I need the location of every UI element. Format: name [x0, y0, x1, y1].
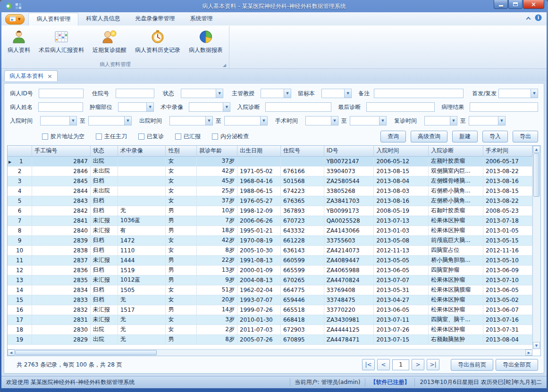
table-cell[interactable]: 37岁: [197, 156, 237, 166]
table-cell[interactable]: 男: [166, 225, 197, 235]
table-cell[interactable]: 2836: [32, 265, 91, 275]
table-cell[interactable]: 2832: [32, 305, 91, 315]
table-cell[interactable]: 1995-01-21: [237, 225, 281, 235]
table-cell[interactable]: 2013-08-16: [374, 196, 429, 206]
column-header[interactable]: 性别: [166, 146, 197, 156]
table-cell[interactable]: 双侧脑室内巨...: [429, 166, 483, 176]
first-recur-select[interactable]: ▼: [498, 89, 538, 98]
close-button[interactable]: ✕: [523, 0, 544, 9]
table-cell[interactable]: 归档: [90, 245, 118, 255]
table-row[interactable]: 152833归档无女20岁1993-07-0765944633748475201…: [8, 295, 532, 305]
table-cell[interactable]: 松果体区肿瘤: [429, 225, 483, 235]
table-cell[interactable]: [118, 176, 166, 186]
table-cell[interactable]: 左侧桥小脑角...: [429, 196, 483, 206]
table-cell[interactable]: 无: [118, 334, 166, 344]
column-header[interactable]: 出生日期: [237, 146, 281, 156]
table-cell[interactable]: 2012-11-16: [483, 245, 532, 255]
checkbox-box[interactable]: [42, 133, 48, 140]
row-number-cell[interactable]: 8: [8, 225, 32, 235]
table-cell[interactable]: 670723: [280, 216, 324, 225]
table-cell[interactable]: 33770220: [324, 305, 374, 315]
checkbox-film-address-empty[interactable]: 胶片地址为空: [42, 133, 84, 141]
row-number-cell[interactable]: 18: [8, 325, 32, 334]
table-cell[interactable]: 501568: [280, 176, 324, 186]
checkbox-reported[interactable]: 已汇报: [175, 133, 201, 141]
column-header[interactable]: 就诊年龄: [197, 146, 237, 156]
table-cell[interactable]: 未汇报: [90, 315, 118, 325]
table-cell[interactable]: 670265: [280, 275, 324, 285]
table-cell[interactable]: 无: [118, 295, 166, 305]
table-cell[interactable]: 2834: [32, 285, 91, 295]
table-cell[interactable]: 2013-07-11: [374, 315, 429, 325]
table-cell[interactable]: 665518: [280, 305, 324, 315]
table-row[interactable]: ▶12847出院女37岁YB00721472006-05-12左额叶胶质瘤200…: [8, 156, 532, 166]
table-cell[interactable]: 右颞叶胶质瘤: [429, 206, 483, 216]
checkbox-endocrine-exam[interactable]: 内分泌检查: [212, 133, 249, 141]
table-cell[interactable]: 1444: [118, 255, 166, 265]
tumor-site-select[interactable]: ▼: [118, 102, 154, 112]
table-cell[interactable]: 1991-08-13: [237, 255, 281, 265]
revisit-time-to-select[interactable]: ▼: [469, 116, 506, 125]
table-cell[interactable]: 2013-04-27: [374, 295, 429, 305]
table-cell[interactable]: 3岁: [197, 315, 237, 325]
table-cell[interactable]: ZA4089447: [324, 255, 374, 265]
table-cell[interactable]: 无: [118, 206, 166, 216]
table-cell[interactable]: 2013-06-05: [483, 285, 532, 295]
table-cell[interactable]: 2013-05-10: [483, 255, 532, 265]
patient-name-input[interactable]: [38, 102, 83, 112]
table-cell[interactable]: [118, 196, 166, 206]
next-page-button[interactable]: >: [412, 359, 424, 370]
table-cell[interactable]: 45岁: [197, 176, 237, 186]
table-cell[interactable]: 女: [166, 196, 197, 206]
table-cell[interactable]: 2岁: [197, 325, 237, 334]
table-cell[interactable]: 33755603: [324, 235, 374, 245]
horizontal-scrollbar[interactable]: ◀ ▶: [8, 349, 532, 356]
table-cell[interactable]: 未汇报: [90, 275, 118, 285]
scroll-up-icon[interactable]: ▲: [533, 146, 540, 153]
row-number-cell[interactable]: 2: [8, 166, 32, 176]
table-cell[interactable]: 2010-01-30: [237, 315, 281, 325]
minimize-button[interactable]: [494, 0, 508, 9]
table-cell[interactable]: 14岁: [197, 305, 237, 315]
table-cell[interactable]: 2005-07-26: [237, 334, 281, 344]
export-all-pages-button[interactable]: 导出全部页: [496, 359, 538, 371]
table-cell[interactable]: 无: [118, 315, 166, 325]
title-bar[interactable]: 病人基本资料 - 某某医院神经外科-神经外科数据管理系统 ✕: [1, 0, 547, 12]
table-row[interactable]: 122836归档1519男13岁2000-01-09665599ZA406598…: [8, 265, 532, 275]
table-cell[interactable]: 女: [166, 315, 197, 325]
table-cell[interactable]: 33769408: [324, 285, 374, 295]
column-header[interactable]: 手术时间: [483, 146, 532, 156]
table-cell[interactable]: ZA4444125: [324, 325, 374, 334]
tab-patient-basic-info[interactable]: 病人基本资料 ×: [4, 70, 58, 81]
column-header[interactable]: 入院时间: [374, 146, 429, 156]
table-cell[interactable]: 37岁: [197, 196, 237, 206]
table-cell[interactable]: 2013-07-15: [374, 334, 429, 344]
table-row[interactable]: 132835未汇报1012蓝男9岁2004-08-13670265ZA44708…: [8, 275, 532, 285]
row-number-cell[interactable]: 16: [8, 305, 32, 315]
table-cell[interactable]: 8岁: [197, 334, 237, 344]
table-cell[interactable]: 未汇报: [90, 225, 118, 235]
table-cell[interactable]: 2013-05-02: [483, 295, 532, 305]
row-number-cell[interactable]: 19: [8, 334, 32, 344]
first-page-button[interactable]: |<: [362, 359, 375, 370]
table-cell[interactable]: 2013-07-16: [483, 315, 532, 325]
table-cell[interactable]: 归档: [90, 176, 118, 186]
ribbon-tab-disc-video-management[interactable]: 光盘录像带管理: [127, 13, 182, 25]
horizontal-scroll-thumb[interactable]: [15, 350, 157, 355]
checkbox-box[interactable]: [96, 133, 102, 140]
table-cell[interactable]: 2847: [32, 156, 91, 166]
table-row[interactable]: 82840未汇报有男18岁1995-01-21643332ZA414306620…: [8, 225, 532, 235]
table-cell[interactable]: ZA4065988: [324, 265, 374, 275]
row-number-cell[interactable]: 17: [8, 315, 32, 325]
table-cell[interactable]: 未汇报: [90, 255, 118, 265]
table-cell[interactable]: 2013-08-04: [374, 176, 429, 186]
maximize-button[interactable]: [508, 0, 523, 9]
table-cell[interactable]: 2008-05-23: [483, 206, 532, 216]
admission-no-input[interactable]: [116, 89, 154, 98]
table-cell[interactable]: 未出院: [90, 166, 118, 176]
checkbox-box[interactable]: [175, 133, 181, 140]
table-cell[interactable]: 636143: [280, 245, 324, 255]
row-number-cell[interactable]: 10: [8, 245, 32, 255]
ribbon-tab-system-management[interactable]: 系统管理: [182, 13, 220, 25]
intraop-video-select[interactable]: ▼: [189, 102, 231, 112]
